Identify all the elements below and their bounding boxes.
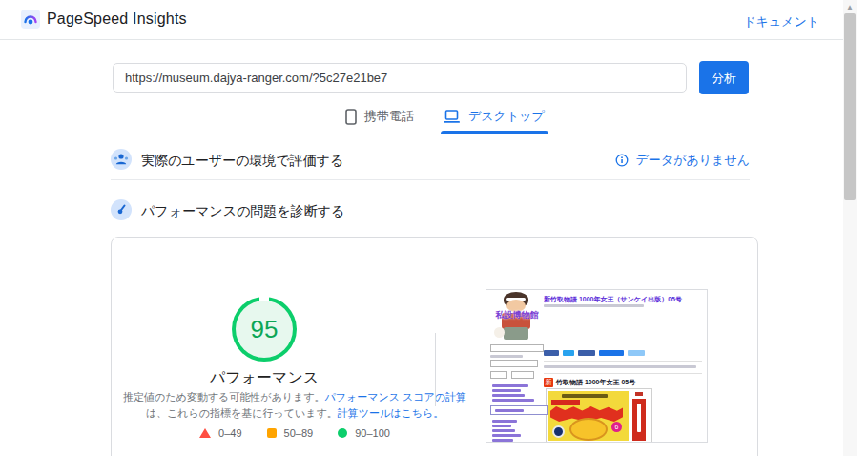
volume-badge: 6 (611, 422, 622, 432)
comic-cover-image: 6 (546, 388, 652, 443)
thumbnail-page-title: 新竹取物語 1000年女王（サンケイ出版）05号 (544, 295, 706, 304)
legend-item-fail: 0–49 (199, 427, 241, 439)
page-scrollbar: ▲ (843, 0, 857, 456)
app-title: PageSpeed Insights (47, 10, 187, 28)
sidebar-link-placeholder (492, 394, 525, 397)
sidebar-link-placeholder (492, 429, 515, 432)
breadcrumb-placeholder (544, 304, 644, 307)
calculator-link[interactable]: 計算ツールはこちら。 (338, 407, 444, 419)
score-legend: 0–49 50–89 90–100 (119, 427, 470, 439)
lab-section-title: パフォーマンスの問題を診断する (141, 203, 344, 220)
thumbnail-article-title: 竹取物語 1000年女王 05号 (556, 378, 635, 387)
performance-score-gauge: 95 (232, 297, 297, 362)
final-screenshot-thumbnail[interactable]: 私設博物館 新竹取物語 1000年女王（サンケイ出版）05号 新 竹取物語 10… (486, 289, 708, 443)
scrollbar-up-arrow-icon[interactable]: ▲ (843, 2, 857, 13)
sidebar-link-placeholder (492, 399, 534, 402)
field-users-icon (111, 149, 132, 170)
field-section-title: 実際のユーザーの環境で評価する (141, 153, 343, 170)
app-header: PageSpeed Insights ドキュメント (0, 0, 845, 40)
home-link[interactable]: PageSpeed Insights (21, 10, 187, 29)
scrollbar-thumb[interactable] (844, 13, 856, 200)
red-triangle-icon (199, 428, 211, 438)
desktop-icon (443, 110, 461, 124)
language-select-placeholder (490, 344, 544, 352)
comic-cover-spine (630, 391, 648, 441)
device-tabs: 携帯電話 デスクトップ (345, 108, 545, 134)
legend-range-average: 50–89 (284, 427, 314, 439)
info-icon (615, 154, 629, 167)
documentation-link[interactable]: ドキュメント (743, 13, 819, 31)
disclaimer-prefix: 推定値のため変動する可能性があります。 (123, 391, 325, 403)
performance-report-card: 95 パフォーマンス 推定値のため変動する可能性があります。パフォーマンス スコ… (111, 237, 758, 456)
orange-square-icon (267, 428, 277, 438)
tab-desktop-label: デスクトップ (468, 108, 545, 125)
performance-score-label: パフォーマンス (169, 368, 360, 388)
thumbnail-divider (544, 361, 702, 362)
tab-desktop[interactable]: デスクトップ (443, 108, 545, 134)
social-button (544, 350, 559, 356)
analyze-button[interactable]: 分析 (699, 61, 749, 94)
legend-range-fail: 0–49 (218, 427, 241, 439)
site-logo-image: 私設博物館 (496, 292, 538, 343)
no-data-label: データがありません (636, 152, 750, 169)
gauge-inner: 95 (236, 301, 293, 358)
green-circle-icon (338, 428, 347, 438)
comic-cover-front: 6 (548, 391, 629, 441)
score-calculation-link[interactable]: パフォーマンス スコアの計算 (324, 391, 466, 403)
mobile-phone-icon (345, 109, 357, 125)
new-badge: 新 (544, 378, 553, 387)
social-button (563, 350, 574, 356)
sidebar-link-placeholder (492, 434, 521, 437)
active-tab-underline (441, 131, 548, 134)
text-line-placeholder (490, 355, 523, 358)
section-divider (111, 179, 750, 180)
sidebar-nav-box (490, 405, 548, 415)
url-input[interactable] (113, 63, 687, 93)
sidebar-link-placeholder (492, 389, 521, 392)
card-vertical-divider (435, 333, 436, 406)
button-placeholder (511, 371, 534, 379)
performance-score-value: 95 (251, 315, 279, 344)
thumbnail-divider (544, 373, 702, 374)
social-button (628, 350, 645, 356)
pagespeed-logo-icon (21, 10, 40, 29)
social-button (599, 350, 624, 356)
diagnose-gauge-icon (111, 199, 132, 220)
score-disclaimer: 推定値のため変動する可能性があります。パフォーマンス スコアの計算は、これらの指… (119, 389, 470, 422)
sidebar-link-placeholder (492, 420, 517, 423)
thumbnail-article-heading: 新 竹取物語 1000年女王 05号 (544, 378, 635, 387)
legend-range-pass: 90–100 (355, 427, 390, 439)
legend-item-average: 50–89 (267, 427, 314, 439)
tab-mobile[interactable]: 携帯電話 (345, 108, 414, 134)
no-data-link[interactable]: データがありません (615, 152, 750, 169)
social-button (578, 350, 595, 356)
tab-mobile-label: 携帯電話 (364, 108, 414, 125)
legend-item-pass: 90–100 (338, 427, 390, 439)
sidebar-link-placeholder (492, 425, 511, 427)
pagespeed-insights-page: PageSpeed Insights ドキュメント ▲ 分析 携帯電話 (0, 0, 868, 456)
tags-placeholder (544, 365, 696, 368)
sidebar-link-placeholder (492, 384, 528, 387)
thumbnail-site-name: 私設博物館 (490, 309, 544, 321)
disclaimer-middle: は、これらの指標を基に行っています。 (146, 407, 338, 419)
search-box-placeholder (490, 360, 538, 367)
button-placeholder (490, 371, 507, 379)
sidebar-link-placeholder (492, 439, 513, 442)
